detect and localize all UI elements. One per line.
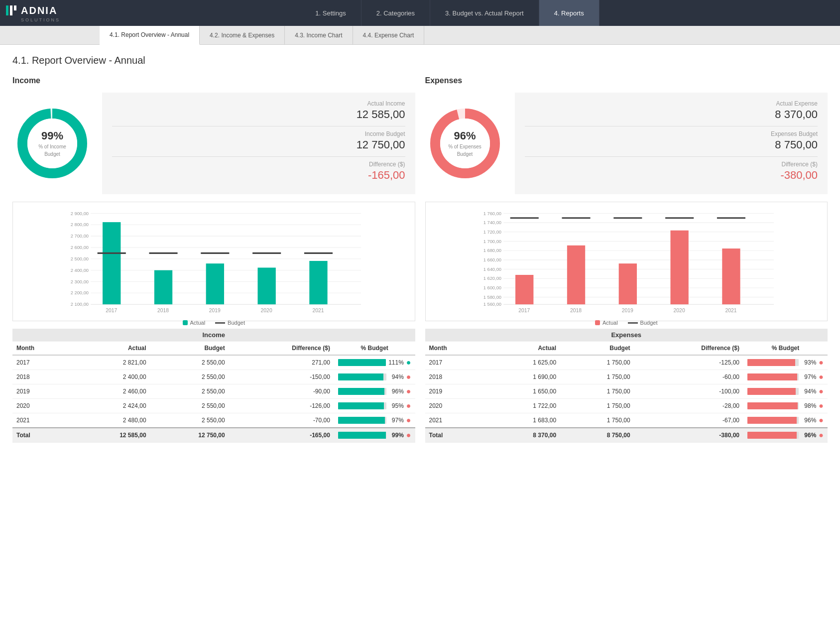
svg-text:1 680,00: 1 680,00 <box>483 248 501 253</box>
income-budget-legend-line <box>215 322 225 324</box>
row-actual: 1 650,00 <box>486 384 561 399</box>
income-bar-2020-actual <box>257 267 275 304</box>
expenses-actual-value: 8 370,00 <box>525 108 818 121</box>
expenses-chart-stats-row: 96% % of ExpensesBudget Actual Expense 8… <box>425 93 828 194</box>
subtab-income-chart[interactable]: 4.3. Income Chart <box>285 26 353 45</box>
tab-budget-actual[interactable]: 3. Budget vs. Actual Report <box>430 0 539 26</box>
table-row: 2018 2 400,00 2 550,00 -150,00 94% ● <box>12 370 415 384</box>
expenses-bar-chart: 1 760,00 1 740,00 1 720,00 1 700,00 1 68… <box>425 202 828 321</box>
row-month: 2018 <box>425 370 486 384</box>
table-total-row: Total 8 370,00 8 750,00 -380,00 96% ● <box>425 428 828 443</box>
expenses-section: Expenses 96% % of ExpensesBudget Actual <box>425 76 828 443</box>
total-budget: 12 750,00 <box>150 428 229 443</box>
row-diff: -70,00 <box>229 413 334 428</box>
row-actual: 1 690,00 <box>486 370 561 384</box>
svg-text:1 660,00: 1 660,00 <box>483 257 501 262</box>
tab-settings[interactable]: 1. Settings <box>300 0 361 26</box>
expenses-diff-label: Difference ($) <box>525 161 818 168</box>
income-table-section-header: Income <box>12 329 415 342</box>
row-pct: 94% ● <box>334 370 415 384</box>
expenses-bar-2019-actual <box>618 263 636 304</box>
income-chart-legend: Actual Budget <box>18 320 410 326</box>
row-pct: 96% ● <box>334 384 415 399</box>
row-pct: 97% ● <box>334 413 415 428</box>
table-total-row: Total 12 585,00 12 750,00 -165,00 99% ● <box>12 428 415 443</box>
row-month: 2020 <box>12 399 71 413</box>
expenses-col-pct: % Budget <box>743 342 828 356</box>
row-pct: 94% ● <box>743 384 828 399</box>
subtab-report-overview[interactable]: 4.1. Report Overview - Annual <box>100 26 200 45</box>
total-diff: -165,00 <box>229 428 334 443</box>
svg-text:2 900,00: 2 900,00 <box>71 211 89 216</box>
row-month: 2017 <box>12 355 71 370</box>
svg-text:2 500,00: 2 500,00 <box>71 256 89 261</box>
income-actual-legend-dot <box>183 320 188 325</box>
row-actual: 1 683,00 <box>486 413 561 428</box>
svg-text:2019: 2019 <box>621 308 633 313</box>
main-columns: Income 99% % of IncomeBudget <box>12 76 828 443</box>
income-actual-label: Actual Income <box>112 100 405 107</box>
expenses-table-section-header: Expenses <box>425 329 828 342</box>
income-col-month: Month <box>12 342 71 356</box>
row-pct: 98% ● <box>743 399 828 413</box>
svg-text:1 580,00: 1 580,00 <box>483 295 501 300</box>
row-pct: 95% ● <box>334 399 415 413</box>
expenses-budget-legend: Budget <box>628 320 658 326</box>
income-bar-2019-actual <box>206 263 224 304</box>
table-row: 2021 1 683,00 1 750,00 -67,00 96% ● <box>425 413 828 428</box>
tab-categories[interactable]: 2. Categories <box>361 0 430 26</box>
row-month: 2019 <box>12 384 71 399</box>
row-pct: 96% ● <box>743 413 828 428</box>
svg-text:1 700,00: 1 700,00 <box>483 239 501 244</box>
row-actual: 1 722,00 <box>486 399 561 413</box>
row-diff: -67,00 <box>634 413 743 428</box>
expenses-budget-legend-label: Budget <box>640 320 658 326</box>
page-title: 4.1. Report Overview - Annual <box>12 55 828 66</box>
row-diff: 271,00 <box>229 355 334 370</box>
income-bar-svg: 2 900,00 2 800,00 2 700,00 2 600,00 2 50… <box>18 207 410 316</box>
row-actual: 2 424,00 <box>71 399 150 413</box>
subtab-income-expenses[interactable]: 4.2. Income & Expenses <box>200 26 285 45</box>
svg-text:2 800,00: 2 800,00 <box>71 222 89 227</box>
logo-icon <box>5 3 19 17</box>
svg-text:2020: 2020 <box>673 308 685 313</box>
row-pct: 97% ● <box>743 370 828 384</box>
row-actual: 2 400,00 <box>71 370 150 384</box>
svg-text:2018: 2018 <box>157 308 169 313</box>
subtab-expense-chart[interactable]: 4.4. Expense Chart <box>353 26 425 45</box>
expenses-table-body: 2017 1 625,00 1 750,00 -125,00 93% ● 201… <box>425 355 828 443</box>
expenses-col-budget: Budget <box>560 342 634 356</box>
total-month: Total <box>12 428 71 443</box>
income-donut-desc: % of IncomeBudget <box>38 144 66 157</box>
expenses-actual-legend-dot <box>595 320 600 325</box>
logo-sub: SOLUTIONS <box>21 17 60 22</box>
expenses-table-header-cell: Expenses <box>425 329 828 342</box>
income-section: Income 99% % of IncomeBudget <box>12 76 415 443</box>
svg-text:2020: 2020 <box>261 308 272 313</box>
income-chart-stats-row: 99% % of IncomeBudget Actual Income 12 5… <box>12 93 415 194</box>
svg-text:1 620,00: 1 620,00 <box>483 276 501 281</box>
row-actual: 2 821,00 <box>71 355 150 370</box>
row-budget: 1 750,00 <box>560 355 634 370</box>
income-actual-legend-label: Actual <box>190 320 206 326</box>
row-budget: 2 550,00 <box>150 399 229 413</box>
income-budget-label: Income Budget <box>112 130 405 137</box>
table-row: 2020 2 424,00 2 550,00 -126,00 95% ● <box>12 399 415 413</box>
table-row: 2017 1 625,00 1 750,00 -125,00 93% ● <box>425 355 828 370</box>
tab-reports[interactable]: 4. Reports <box>539 0 600 26</box>
expenses-bar-2021-actual <box>722 248 740 304</box>
row-diff: -125,00 <box>634 355 743 370</box>
income-table-header-cell: Income <box>12 329 415 342</box>
expenses-budget-legend-line <box>628 322 638 324</box>
svg-text:2021: 2021 <box>312 308 324 313</box>
svg-text:2 200,00: 2 200,00 <box>71 290 89 295</box>
row-budget: 1 750,00 <box>560 384 634 399</box>
income-bar-2017-actual <box>103 222 120 304</box>
expenses-actual-legend-label: Actual <box>602 320 618 326</box>
main-nav-tabs: 1. Settings 2. Categories 3. Budget vs. … <box>65 0 835 26</box>
row-diff: -150,00 <box>229 370 334 384</box>
row-actual: 2 460,00 <box>71 384 150 399</box>
svg-text:1 720,00: 1 720,00 <box>483 230 501 235</box>
expenses-col-diff: Difference ($) <box>634 342 743 356</box>
row-budget: 2 550,00 <box>150 370 229 384</box>
